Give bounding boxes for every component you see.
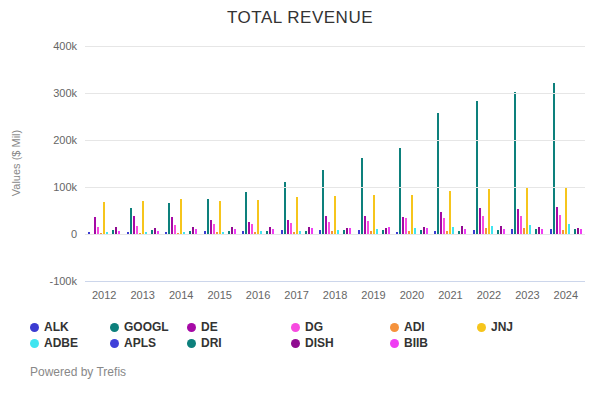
bar-JNJ-2013[interactable] [142,201,144,235]
bar-GOOGL-2015[interactable] [207,199,209,234]
gridline-200k [85,140,585,141]
legend-dot-BIIB [390,339,399,348]
bar-DE-2015[interactable] [210,220,212,234]
legend-item-DRI[interactable]: DRI [187,336,291,350]
x-tick-label-2024: 2024 [547,289,585,301]
legend-item-APLS[interactable]: APLS [110,336,187,350]
bar-GOOGL-2014[interactable] [168,203,170,234]
legend-item-DE[interactable]: DE [187,320,291,334]
y-tick-label: -100k [7,275,77,287]
bar-DE-2019[interactable] [364,216,366,235]
bar-JNJ-2019[interactable] [373,195,375,234]
bar-DE-2017[interactable] [287,220,289,234]
bar-DISH-2014[interactable] [192,227,194,234]
bar-JNJ-2023[interactable] [526,188,528,234]
x-tick-label-2019: 2019 [354,289,392,301]
legend-label: DRI [201,336,222,350]
legend-label: ALK [44,320,69,334]
legend-item-GOOGL[interactable]: GOOGL [110,320,187,334]
bar-DE-2021[interactable] [440,212,442,234]
legend-item-ADBE[interactable]: ADBE [30,336,110,350]
bar-GOOGL-2024[interactable] [553,83,555,234]
bar-DG-2023[interactable] [520,216,522,234]
bar-DE-2020[interactable] [402,217,404,234]
legend-item-BIIB[interactable]: BIIB [390,336,477,350]
bar-DISH-2023[interactable] [538,227,540,234]
bar-GOOGL-2013[interactable] [130,208,132,234]
bar-DISH-2016[interactable] [269,227,271,234]
bar-DG-2012[interactable] [97,227,99,235]
legend-dot-DISH [291,339,300,348]
bar-DG-2019[interactable] [367,221,369,234]
bar-DG-2024[interactable] [559,215,561,234]
bar-ADBE-2021[interactable] [452,227,454,234]
bar-JNJ-2014[interactable] [180,199,182,234]
bar-DISH-2017[interactable] [308,227,310,234]
bar-JNJ-2012[interactable] [103,202,105,234]
legend-item-ADI[interactable]: ADI [390,320,477,334]
bar-DG-2021[interactable] [443,218,445,234]
bar-GOOGL-2019[interactable] [361,158,363,234]
bar-JNJ-2021[interactable] [449,191,451,234]
bar-DISH-2022[interactable] [500,226,502,234]
legend-dot-ADI [390,323,399,332]
bar-DISH-2020[interactable] [423,227,425,234]
plot-area [85,46,585,281]
legend-item-DISH[interactable]: DISH [291,336,390,350]
x-tick-label-2020: 2020 [393,289,431,301]
bar-JNJ-2022[interactable] [488,189,490,234]
bar-DE-2012[interactable] [94,217,96,234]
y-tick-label: 100k [7,181,77,193]
bar-JNJ-2024[interactable] [565,188,567,234]
bar-JNJ-2015[interactable] [219,201,221,234]
legend-label: DG [305,320,323,334]
bar-DE-2018[interactable] [325,216,327,234]
bar-DG-2020[interactable] [405,218,407,234]
bar-JNJ-2020[interactable] [411,195,413,234]
legend-dot-DG [291,323,300,332]
bar-DE-2013[interactable] [133,216,135,234]
bar-GOOGL-2020[interactable] [399,148,401,234]
legend-dot-GOOGL [110,323,119,332]
x-axis-labels: 2012201320142015201620172018201920202021… [85,289,585,301]
bar-ADBE-2022[interactable] [491,226,493,234]
bar-JNJ-2018[interactable] [334,196,336,234]
bar-GOOGL-2021[interactable] [437,113,439,234]
bar-GOOGL-2016[interactable] [245,192,247,234]
legend-label: DISH [305,336,334,350]
bar-DG-2015[interactable] [213,224,215,234]
legend-item-ALK[interactable]: ALK [30,320,110,334]
bar-DE-2024[interactable] [556,207,558,234]
bar-DG-2018[interactable] [328,222,330,234]
legend-item-JNJ[interactable]: JNJ [477,320,513,334]
gridline-400k [85,46,585,47]
bar-JNJ-2016[interactable] [257,200,259,234]
x-tick-label-2021: 2021 [431,289,469,301]
bar-DE-2016[interactable] [248,222,250,235]
bar-DISH-2012[interactable] [115,227,117,234]
bar-DE-2014[interactable] [171,217,173,234]
legend-item-DG[interactable]: DG [291,320,390,334]
bar-GOOGL-2017[interactable] [284,182,286,234]
bar-DE-2022[interactable] [479,208,481,234]
bar-JNJ-2017[interactable] [296,197,298,234]
bar-DE-2023[interactable] [517,209,519,234]
bar-DISH-2015[interactable] [231,227,233,234]
y-tick-label: 0 [7,228,77,240]
bar-DG-2013[interactable] [136,226,138,234]
bar-DISH-2021[interactable] [461,226,463,234]
bar-DG-2014[interactable] [174,225,176,234]
bar-GOOGL-2023[interactable] [514,92,516,234]
legend-label: ADBE [44,336,78,350]
watermark-link[interactable]: Powered by Trefis [30,365,126,379]
bar-GOOGL-2022[interactable] [476,101,478,234]
bar-GOOGL-2018[interactable] [322,170,324,234]
y-tick-label: 300k [7,87,77,99]
bar-ADBE-2023[interactable] [529,225,531,234]
bar-BIIB-2019[interactable] [388,227,390,234]
bar-ADBE-2024[interactable] [568,224,570,234]
x-tick-label-2014: 2014 [162,289,200,301]
bar-DG-2022[interactable] [482,216,484,234]
bar-DG-2016[interactable] [251,224,253,234]
bar-DG-2017[interactable] [290,223,292,234]
